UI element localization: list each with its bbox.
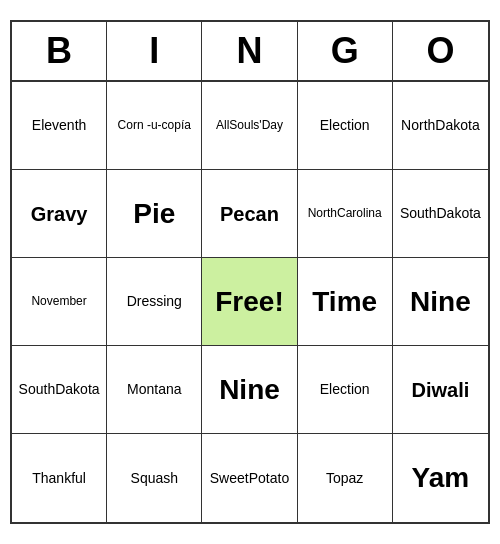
bingo-cell-23: Topaz xyxy=(298,434,393,522)
bingo-cell-14: Nine xyxy=(393,258,488,346)
bingo-cell-17: Nine xyxy=(202,346,297,434)
bingo-cell-18: Election xyxy=(298,346,393,434)
header-letter-o: O xyxy=(393,22,488,80)
bingo-cell-2: AllSouls'Day xyxy=(202,82,297,170)
bingo-cell-13: Time xyxy=(298,258,393,346)
header-letter-i: I xyxy=(107,22,202,80)
bingo-grid: EleventhCorn -u-copíaAllSouls'DayElectio… xyxy=(12,82,488,522)
bingo-cell-10: November xyxy=(12,258,107,346)
bingo-cell-21: Squash xyxy=(107,434,202,522)
bingo-cell-24: Yam xyxy=(393,434,488,522)
bingo-cell-1: Corn -u-copía xyxy=(107,82,202,170)
header-letter-n: N xyxy=(202,22,297,80)
bingo-cell-8: NorthCarolina xyxy=(298,170,393,258)
bingo-cell-22: SweetPotato xyxy=(202,434,297,522)
bingo-cell-9: SouthDakota xyxy=(393,170,488,258)
header-letter-g: G xyxy=(298,22,393,80)
bingo-cell-12: Free! xyxy=(202,258,297,346)
bingo-cell-5: Gravy xyxy=(12,170,107,258)
bingo-cell-11: Dressing xyxy=(107,258,202,346)
bingo-header: BINGO xyxy=(12,22,488,82)
bingo-cell-3: Election xyxy=(298,82,393,170)
bingo-cell-4: NorthDakota xyxy=(393,82,488,170)
bingo-cell-20: Thankful xyxy=(12,434,107,522)
bingo-cell-16: Montana xyxy=(107,346,202,434)
bingo-cell-0: Eleventh xyxy=(12,82,107,170)
bingo-cell-15: SouthDakota xyxy=(12,346,107,434)
bingo-cell-19: Diwali xyxy=(393,346,488,434)
bingo-cell-7: Pecan xyxy=(202,170,297,258)
bingo-card: BINGO EleventhCorn -u-copíaAllSouls'DayE… xyxy=(10,20,490,524)
bingo-cell-6: Pie xyxy=(107,170,202,258)
header-letter-b: B xyxy=(12,22,107,80)
